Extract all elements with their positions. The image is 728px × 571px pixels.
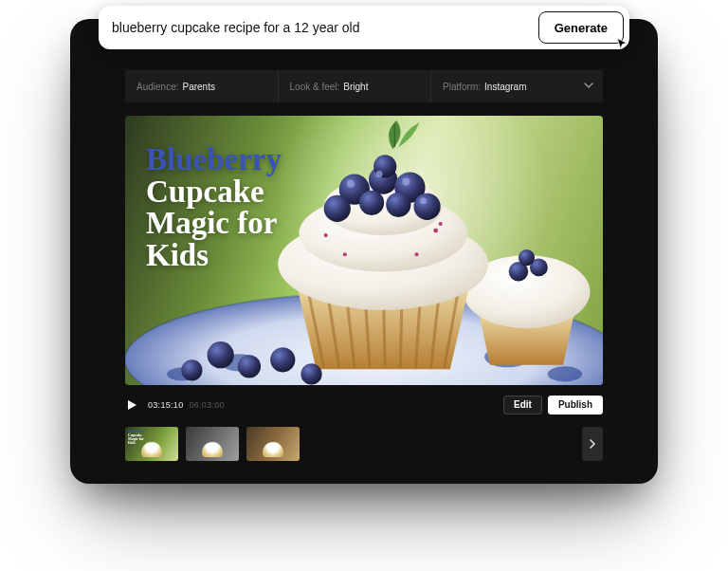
title-line-1: Blueberry bbox=[146, 144, 282, 176]
chevron-down-icon bbox=[584, 81, 593, 92]
svg-point-39 bbox=[343, 252, 347, 256]
svg-point-44 bbox=[270, 347, 295, 372]
audience-value: Parents bbox=[182, 82, 214, 92]
chevron-right-icon bbox=[589, 439, 596, 449]
options-row: Audience: Parents Look & feel: Bright Pl… bbox=[125, 70, 603, 102]
svg-point-29 bbox=[386, 193, 410, 217]
playback-controls: 03:15:10 06:03:00 Edit Publish bbox=[125, 395, 603, 415]
svg-point-40 bbox=[414, 252, 418, 256]
video-title: Blueberry Cupcake Magic for Kids bbox=[146, 144, 282, 272]
title-line-2: Cupcake bbox=[146, 176, 282, 209]
publish-button-label: Publish bbox=[558, 399, 592, 410]
thumbnails-row: Blueberry Cupcake Magic for Kids bbox=[125, 427, 603, 461]
thumbnail-1-title: Blueberry Cupcake Magic for Kids bbox=[128, 430, 144, 446]
play-icon bbox=[126, 399, 137, 411]
svg-point-43 bbox=[181, 359, 202, 380]
svg-point-26 bbox=[413, 193, 440, 220]
cursor-icon bbox=[615, 37, 628, 50]
generate-button[interactable]: Generate bbox=[538, 11, 624, 44]
prompt-bar: Generate bbox=[99, 6, 629, 49]
generator-card: Generate Audience: Parents Look & feel: … bbox=[70, 19, 658, 484]
svg-point-31 bbox=[347, 180, 355, 188]
svg-point-45 bbox=[300, 363, 321, 384]
prompt-input[interactable] bbox=[112, 20, 538, 35]
svg-point-38 bbox=[324, 233, 328, 237]
time-total: 06:03:00 bbox=[189, 400, 224, 410]
svg-point-32 bbox=[376, 171, 383, 177]
edit-button-label: Edit bbox=[514, 399, 532, 410]
thumbnail-1[interactable]: Blueberry Cupcake Magic for Kids bbox=[125, 427, 178, 461]
publish-button[interactable]: Publish bbox=[548, 396, 603, 414]
svg-point-37 bbox=[439, 222, 443, 226]
audience-label: Audience: bbox=[136, 82, 178, 92]
thumbnail-2[interactable] bbox=[186, 427, 239, 461]
title-line-3: Magic for bbox=[146, 208, 282, 240]
look-value: Bright bbox=[343, 82, 368, 92]
svg-point-28 bbox=[359, 191, 384, 215]
svg-point-33 bbox=[402, 178, 410, 186]
video-preview[interactable]: Blueberry Cupcake Magic for Kids bbox=[125, 116, 603, 385]
time-current: 03:15:10 bbox=[148, 400, 183, 410]
audience-select[interactable]: Audience: Parents bbox=[125, 70, 279, 102]
svg-point-27 bbox=[324, 195, 351, 222]
svg-point-34 bbox=[420, 197, 427, 204]
title-line-4: Kids bbox=[146, 240, 282, 272]
svg-point-42 bbox=[238, 355, 261, 378]
svg-point-9 bbox=[519, 249, 535, 266]
platform-select[interactable]: Platform: Instagram bbox=[431, 70, 603, 102]
play-button[interactable] bbox=[125, 398, 138, 412]
look-select[interactable]: Look & feel: Bright bbox=[279, 70, 432, 102]
look-label: Look & feel: bbox=[290, 82, 340, 92]
platform-value: Instagram bbox=[484, 82, 526, 92]
svg-point-5 bbox=[548, 366, 582, 381]
next-thumbnails-button[interactable] bbox=[582, 427, 603, 461]
svg-point-36 bbox=[433, 229, 438, 233]
platform-label: Platform: bbox=[443, 82, 481, 92]
thumbnail-3[interactable] bbox=[246, 427, 300, 461]
generate-button-label: Generate bbox=[555, 21, 608, 35]
svg-point-41 bbox=[208, 341, 234, 368]
edit-button[interactable]: Edit bbox=[503, 396, 542, 414]
